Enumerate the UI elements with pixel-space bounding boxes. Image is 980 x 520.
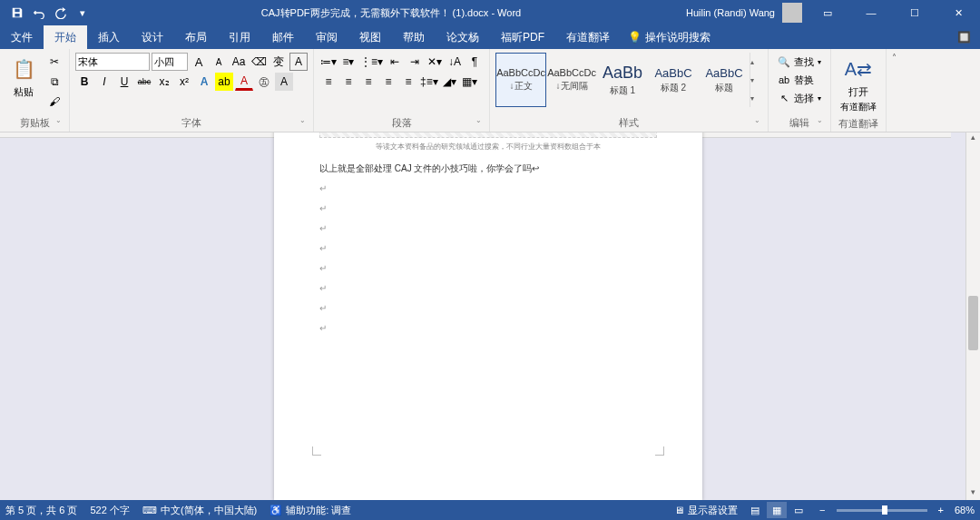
italic-button[interactable]: I xyxy=(95,73,113,91)
status-accessibility[interactable]: ♿ 辅助功能: 调查 xyxy=(270,504,351,517)
change-case-button[interactable]: Aa xyxy=(230,53,248,71)
shrink-font-button[interactable]: A xyxy=(210,53,228,71)
tab-foxit-pdf[interactable]: 福昕PDF xyxy=(490,25,555,49)
multilevel-list-button[interactable]: ⋮≡▾ xyxy=(359,53,384,71)
status-language[interactable]: ⌨ 中文(简体，中国大陆) xyxy=(142,504,257,517)
view-print-layout[interactable]: ▦ xyxy=(767,502,787,518)
asian-layout-button[interactable]: ✕▾ xyxy=(426,53,444,71)
shading-button[interactable]: ◢▾ xyxy=(441,73,459,91)
status-page[interactable]: 第 5 页，共 6 页 xyxy=(5,504,77,517)
group-clipboard-label[interactable]: 剪贴板 xyxy=(5,114,64,132)
copy-button[interactable]: ⧉ xyxy=(45,73,64,91)
qat-redo[interactable] xyxy=(51,3,71,23)
scroll-down-button[interactable]: ▾ xyxy=(966,487,980,500)
font-color-button[interactable]: A xyxy=(235,73,253,91)
strikethrough-button[interactable]: abc xyxy=(135,73,153,91)
tab-wenyang[interactable]: 论文杨 xyxy=(436,25,490,49)
style-title[interactable]: AaBbC标题 xyxy=(699,53,750,107)
show-marks-button[interactable]: ¶ xyxy=(466,53,484,71)
style-heading2[interactable]: AaBbC标题 2 xyxy=(648,53,699,107)
tab-review[interactable]: 审阅 xyxy=(305,25,348,49)
superscript-button[interactable]: x² xyxy=(175,73,193,91)
group-styles-label[interactable]: 样式 xyxy=(495,114,762,132)
text-effects-button[interactable]: A xyxy=(195,73,213,91)
enclose-char-button[interactable]: ㊄ xyxy=(255,73,273,91)
minimize-button[interactable]: — xyxy=(853,0,889,25)
zoom-in-button[interactable]: + xyxy=(935,505,947,515)
tab-home[interactable]: 开始 xyxy=(44,25,87,49)
font-size-combo[interactable] xyxy=(152,53,188,71)
view-web-layout[interactable]: ▭ xyxy=(789,502,808,518)
tell-me-search[interactable]: 💡 操作说明搜索 xyxy=(628,30,710,45)
sort-button[interactable]: ↓A xyxy=(446,53,464,71)
body-text: 以上就是全部处理 CAJ 文件的小技巧啦，你学会了吗↩ xyxy=(319,159,657,179)
format-painter-button[interactable]: 🖌 xyxy=(45,93,64,111)
maximize-button[interactable]: ☐ xyxy=(897,0,933,25)
style-normal[interactable]: AaBbCcDc↓正文 xyxy=(495,53,546,107)
scroll-up-button[interactable]: ▴ xyxy=(966,132,980,145)
tab-youdao[interactable]: 有道翻译 xyxy=(555,25,621,49)
styles-gallery-more[interactable]: ▴▾▾ xyxy=(750,53,762,107)
tab-design[interactable]: 设计 xyxy=(131,25,174,49)
tab-layout[interactable]: 布局 xyxy=(174,25,218,49)
bullets-button[interactable]: ≔▾ xyxy=(319,53,338,71)
user-name[interactable]: Huilin (Randi) Wang xyxy=(686,7,775,18)
borders-button[interactable]: ▦▾ xyxy=(461,73,479,91)
qat-undo[interactable] xyxy=(29,3,49,23)
view-read-mode[interactable]: ▤ xyxy=(745,502,765,518)
zoom-slider[interactable] xyxy=(837,509,927,512)
font-name-combo[interactable] xyxy=(75,53,150,71)
tab-references[interactable]: 引用 xyxy=(218,25,261,49)
increase-indent-button[interactable]: ⇥ xyxy=(406,53,424,71)
tab-insert[interactable]: 插入 xyxy=(87,25,131,49)
char-border-button[interactable]: A xyxy=(289,53,308,71)
style-no-spacing[interactable]: AaBbCcDc↓无间隔 xyxy=(546,53,597,107)
display-settings[interactable]: 🖥 显示器设置 xyxy=(674,504,738,517)
styles-gallery[interactable]: AaBbCcDc↓正文 AaBbCcDc↓无间隔 AaBb标题 1 AaBbC标… xyxy=(495,53,762,107)
document-canvas[interactable]: 等读文本资料备品的研究领域通过搜索，不同行业大量资料数组合于本 以上就是全部处理… xyxy=(0,132,965,500)
underline-button[interactable]: U xyxy=(115,73,133,91)
line-spacing-button[interactable]: ‡≡▾ xyxy=(419,73,439,91)
paste-button[interactable]: 📋 粘贴 xyxy=(5,53,42,101)
align-right-button[interactable]: ≡ xyxy=(359,73,377,91)
scrollbar-thumb[interactable] xyxy=(968,296,978,350)
bold-button[interactable]: B xyxy=(75,73,93,91)
numbering-button[interactable]: ≡▾ xyxy=(339,53,358,71)
ribbon-display-options[interactable]: ▭ xyxy=(809,0,846,25)
find-button[interactable]: 🔍查找▾ xyxy=(774,53,825,71)
clear-formatting-button[interactable]: ⌫ xyxy=(250,53,268,71)
page-5[interactable]: 等读文本资料备品的研究领域通过搜索，不同行业大量资料数组合于本 以上就是全部处理… xyxy=(274,132,702,500)
qat-customize[interactable]: ▾ xyxy=(73,3,93,23)
align-center-button[interactable]: ≡ xyxy=(339,73,358,91)
select-button[interactable]: ↖选择▾ xyxy=(774,89,825,107)
group-font-label[interactable]: 字体 xyxy=(75,114,308,132)
vertical-scrollbar[interactable]: ▴ ▾ xyxy=(965,132,980,500)
zoom-level[interactable]: 68% xyxy=(955,505,975,515)
grow-font-button[interactable]: A xyxy=(190,53,208,71)
group-paragraph-label[interactable]: 段落 xyxy=(319,114,484,132)
char-shading-button[interactable]: A xyxy=(275,73,293,91)
qat-save[interactable] xyxy=(7,3,27,23)
replace-button[interactable]: ab替换 xyxy=(774,71,818,89)
cut-button[interactable]: ✂ xyxy=(45,53,64,71)
tab-help[interactable]: 帮助 xyxy=(392,25,436,49)
tab-mailings[interactable]: 邮件 xyxy=(261,25,305,49)
tab-view[interactable]: 视图 xyxy=(348,25,392,49)
phonetic-guide-button[interactable]: 变 xyxy=(270,53,288,71)
distribute-button[interactable]: ≡ xyxy=(399,73,417,91)
zoom-out-button[interactable]: − xyxy=(816,505,828,515)
share-button[interactable]: 🔲 xyxy=(948,25,980,49)
collapse-ribbon-button[interactable]: ˄ xyxy=(887,49,901,132)
close-button[interactable]: ✕ xyxy=(940,0,976,25)
status-word-count[interactable]: 522 个字 xyxy=(90,504,129,517)
user-avatar-icon[interactable] xyxy=(782,3,802,23)
youdao-open-button[interactable]: A⇄ 打开 有道翻译 xyxy=(837,53,880,115)
decrease-indent-button[interactable]: ⇤ xyxy=(386,53,404,71)
tab-file[interactable]: 文件 xyxy=(0,25,44,49)
zoom-slider-thumb[interactable] xyxy=(882,505,887,515)
style-heading1[interactable]: AaBb标题 1 xyxy=(597,53,648,107)
justify-button[interactable]: ≡ xyxy=(379,73,397,91)
align-left-button[interactable]: ≡ xyxy=(319,73,338,91)
highlight-button[interactable]: ab xyxy=(215,73,233,91)
subscript-button[interactable]: x₂ xyxy=(155,73,173,91)
